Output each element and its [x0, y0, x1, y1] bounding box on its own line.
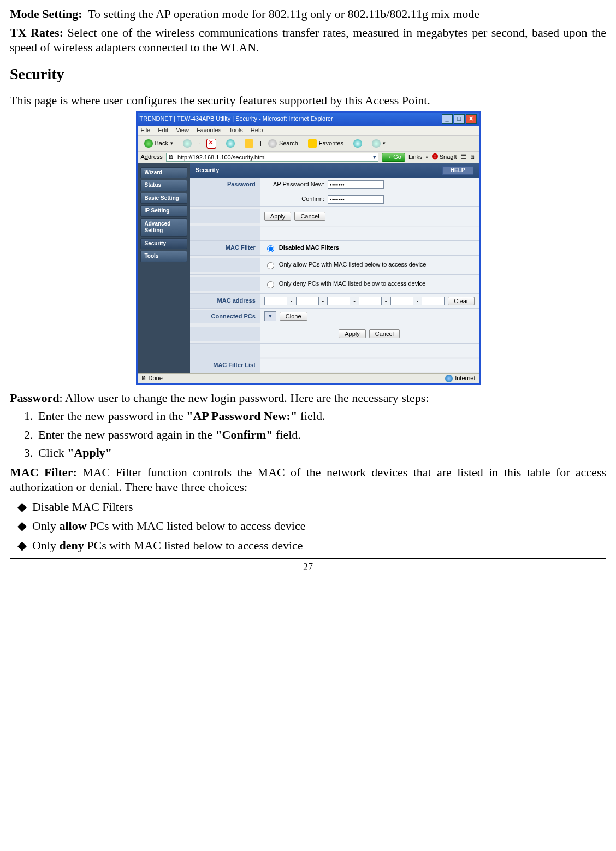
panel-title: Security — [196, 167, 219, 174]
mac-seg-4[interactable] — [359, 297, 382, 305]
mode-label: Mode Setting: — [10, 7, 82, 21]
stop-icon — [206, 139, 216, 149]
links-label[interactable]: Links — [408, 153, 423, 161]
dropdown-icon[interactable]: ▾ — [371, 153, 378, 161]
window-title: TRENDNET | TEW-434APB Utility | Security… — [140, 115, 333, 123]
search-icon — [268, 139, 277, 148]
step-2: Enter the new password again in the "Con… — [36, 427, 606, 442]
security-heading: Security — [10, 64, 606, 84]
url-input[interactable] — [176, 153, 371, 161]
pw-confirm-label: Confirm: — [264, 196, 324, 203]
history-button[interactable]: ▾ — [369, 138, 389, 149]
sidebar-item-tools[interactable]: Tools — [140, 251, 187, 262]
menu-edit[interactable]: Edit — [158, 127, 168, 134]
page-done-icon: 🗎 — [141, 375, 147, 381]
para-password: Password: Allow user to change the new l… — [10, 391, 606, 406]
menu-help[interactable]: Help — [251, 127, 263, 134]
sidebar-item-status[interactable]: Status — [140, 180, 187, 191]
para-tx: TX Rates: Select one of the wireless com… — [10, 25, 606, 55]
home-icon — [245, 139, 253, 148]
status-bar: 🗎 Done Internet — [138, 373, 479, 383]
sidebar-item-ip[interactable]: IP Setting — [140, 205, 187, 217]
clear-button[interactable]: Clear — [448, 297, 474, 305]
password-steps: Enter the new password in the "AP Passwo… — [21, 409, 606, 460]
panel-header: Security HELP — [190, 163, 479, 178]
apply-password-button[interactable]: Apply — [264, 212, 292, 221]
mac-seg-6[interactable] — [422, 297, 445, 305]
cancel-password-button[interactable]: Cancel — [294, 212, 325, 221]
snagit-window-icon[interactable]: 🗔 — [460, 153, 466, 161]
radio-allow-mac[interactable] — [267, 262, 274, 269]
menu-view[interactable]: View — [176, 127, 189, 134]
go-button[interactable]: → Go — [382, 153, 405, 162]
clone-button[interactable]: Clone — [280, 312, 307, 321]
rule-top — [10, 60, 606, 60]
help-button[interactable]: HELP — [442, 166, 473, 175]
page-icon: 🗎 — [167, 153, 176, 161]
mac-seg-3[interactable] — [327, 297, 350, 305]
password-label: Password — [10, 391, 59, 405]
mac-seg-1[interactable] — [264, 297, 287, 305]
forward-button[interactable] — [180, 138, 195, 149]
row-spacer-2 — [190, 344, 479, 358]
row-mac-filter-allow: Only allow PCs with MAC listed below to … — [190, 256, 479, 275]
sidebar-item-advanced[interactable]: Advanced Setting — [140, 218, 187, 237]
mac-filter-list-label: MAC Filter List — [190, 358, 260, 373]
sidebar-item-security[interactable]: Security — [140, 238, 187, 250]
page-footer: 27 — [10, 558, 606, 574]
media-button[interactable] — [350, 138, 365, 149]
mac-address-label: MAC address — [190, 294, 260, 308]
tx-label: TX Rates: — [10, 26, 63, 39]
rule-bottom — [10, 88, 606, 88]
window-minimize-button[interactable]: _ — [442, 114, 453, 124]
mac-seg-5[interactable] — [390, 297, 413, 305]
snagit-extra-icon[interactable]: 🗎 — [470, 153, 476, 161]
address-bar: Address 🗎 ▾ → Go Links » 🅢 SnagIt 🗔 🗎 — [138, 152, 479, 163]
home-button[interactable] — [241, 138, 257, 149]
page-number: 27 — [303, 562, 313, 572]
radio-deny-mac[interactable] — [267, 281, 274, 288]
search-button[interactable]: Search — [265, 138, 301, 149]
radio-deny-label: Only deny PCs with MAC listed below to a… — [279, 280, 425, 288]
apply-mac-button[interactable]: Apply — [339, 329, 366, 338]
star-icon — [308, 139, 317, 148]
status-text: Done — [149, 375, 163, 381]
row-spacer-1 — [190, 226, 479, 241]
pw-new-label: AP Password New: — [264, 181, 324, 188]
connected-pcs-select[interactable]: ▾ — [264, 311, 276, 321]
back-button[interactable]: Back ▾ — [141, 138, 176, 149]
confirm-password-input[interactable] — [328, 195, 384, 204]
para-mac-filter: MAC Filter: MAC Filter function controls… — [10, 465, 606, 495]
zone-text: Internet — [455, 375, 475, 381]
globe-icon — [445, 375, 453, 382]
security-intro: This page is where user configures the s… — [10, 93, 606, 108]
stop-button[interactable] — [203, 138, 220, 150]
radio-disabled-mac[interactable] — [267, 245, 274, 252]
cancel-mac-button[interactable]: Cancel — [369, 329, 400, 338]
refresh-button[interactable] — [223, 138, 238, 149]
mac-filter-heading: MAC Filter: — [10, 465, 77, 479]
step-1: Enter the new password in the "AP Passwo… — [36, 409, 606, 424]
opt-deny: Only deny PCs with MAC listed below to a… — [17, 538, 606, 553]
favorites-button[interactable]: Favorites — [305, 138, 347, 149]
menubar: File Edit View Favorites Tools Help — [138, 126, 479, 135]
mac-seg-2[interactable] — [296, 297, 319, 305]
step-3: Click "Apply" — [36, 445, 606, 460]
password-text: : Allow user to change the new login pas… — [59, 391, 429, 405]
content-panel: Security HELP Password AP Password New: — [190, 163, 479, 373]
menu-file[interactable]: File — [141, 127, 151, 134]
row-mac-address: MAC address - - - - - Clear — [190, 294, 479, 309]
ap-password-new-input[interactable] — [328, 180, 384, 189]
window-titlebar: TRENDNET | TEW-434APB Utility | Security… — [138, 113, 479, 126]
window-maximize-button[interactable]: □ — [454, 114, 465, 124]
history-icon — [372, 139, 381, 148]
snagit-button[interactable]: 🅢 SnagIt — [432, 153, 457, 161]
menu-tools[interactable]: Tools — [229, 127, 243, 134]
row-password-confirm: Confirm: — [190, 192, 479, 207]
row-mac-filter-disabled: MAC Filter Disabled MAC Filters — [190, 241, 479, 256]
screenshot-container: TRENDNET | TEW-434APB Utility | Security… — [10, 111, 606, 385]
window-close-button[interactable]: ✕ — [466, 114, 477, 124]
menu-favorites[interactable]: Favorites — [197, 127, 221, 134]
sidebar-item-wizard[interactable]: Wizard — [140, 167, 187, 179]
sidebar-item-basic[interactable]: Basic Setting — [140, 193, 187, 204]
